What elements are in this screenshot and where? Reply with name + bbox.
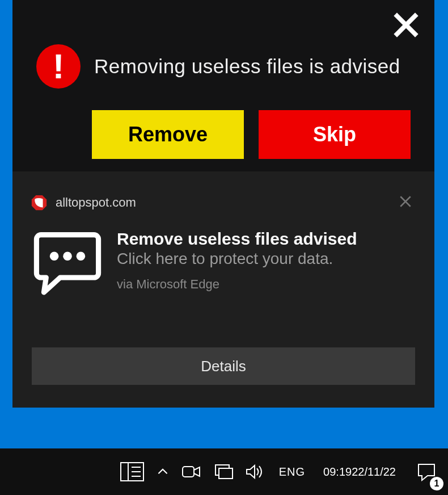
clock-date: 22/11/22 [352, 465, 396, 479]
svg-point-1 [50, 252, 59, 261]
clock-time: 09:19 [323, 465, 352, 479]
alert-icon: ! [36, 44, 81, 89]
details-button[interactable]: Details [32, 347, 415, 385]
taskbar: ENG 09:19 22/11/22 1 [0, 448, 448, 495]
popup-header: ! Removing useless files is advised [36, 44, 400, 89]
speech-bubble-icon [31, 226, 104, 300]
toast-body: Remove useless files advised Click here … [31, 226, 357, 300]
toast-via: via Microsoft Edge [117, 277, 357, 292]
toast-notification[interactable]: alltopspot.com Remove useless files advi… [12, 171, 434, 408]
remove-button[interactable]: Remove [92, 110, 244, 159]
popup-title: Removing useless files is advised [94, 55, 400, 78]
notification-badge: 1 [430, 477, 443, 490]
news-icon[interactable] [120, 448, 144, 495]
tray-chevron-icon[interactable] [155, 448, 170, 495]
toast-close-icon[interactable] [397, 193, 414, 210]
svg-point-3 [77, 252, 86, 261]
toast-subtitle: Click here to protect your data. [117, 250, 357, 268]
toast-header: alltopspot.com [31, 194, 136, 211]
adblock-icon [31, 194, 48, 211]
svg-rect-9 [183, 467, 194, 477]
volume-icon[interactable] [245, 448, 265, 495]
scam-popup: ! Removing useless files is advised Remo… [12, 0, 434, 171]
skip-button[interactable]: Skip [259, 110, 411, 159]
toast-domain: alltopspot.com [56, 195, 136, 210]
svg-rect-11 [219, 468, 233, 479]
toast-title: Remove useless files advised [117, 229, 357, 249]
popup-buttons: Remove Skip [92, 110, 411, 159]
svg-point-2 [63, 252, 72, 261]
meet-now-icon[interactable] [181, 448, 202, 495]
action-center-icon[interactable]: 1 [412, 448, 445, 495]
clock[interactable]: 09:19 22/11/22 [319, 448, 400, 495]
network-icon[interactable] [213, 448, 234, 495]
close-icon[interactable] [392, 11, 420, 39]
toast-text: Remove useless files advised Click here … [117, 226, 357, 300]
language-indicator[interactable]: ENG [277, 448, 307, 495]
